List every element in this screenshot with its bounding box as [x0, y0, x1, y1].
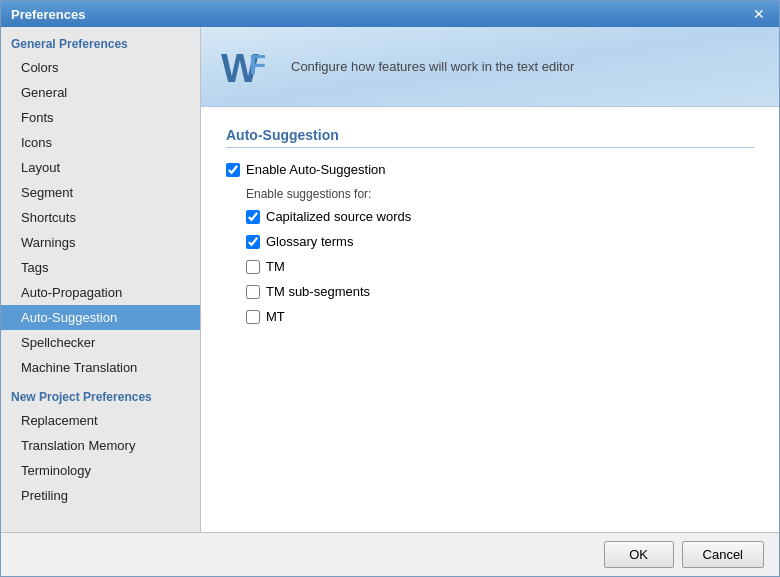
sidebar-item-auto-suggestion[interactable]: Auto-Suggestion: [1, 305, 200, 330]
sidebar: General Preferences ColorsGeneralFontsIc…: [1, 27, 201, 532]
sidebar-item-machine-translation[interactable]: Machine Translation: [1, 355, 200, 380]
enable-auto-suggestion-row: Enable Auto-Suggestion: [226, 162, 754, 177]
content-header: W F Configure how features will work in …: [201, 27, 779, 107]
header-description: Configure how features will work in the …: [291, 59, 574, 74]
sidebar-item-pretiling[interactable]: Pretiling: [1, 483, 200, 508]
content-area: W F Configure how features will work in …: [201, 27, 779, 532]
sidebar-item-translation-memory[interactable]: Translation Memory: [1, 433, 200, 458]
sidebar-item-tags[interactable]: Tags: [1, 255, 200, 280]
sidebar-item-colors[interactable]: Colors: [1, 55, 200, 80]
svg-text:F: F: [249, 49, 266, 80]
sidebar-item-general[interactable]: General: [1, 80, 200, 105]
ok-button[interactable]: OK: [604, 541, 674, 568]
suggestion-option-checkbox-2[interactable]: [246, 260, 260, 274]
suggestion-option-label-3: TM sub-segments: [266, 284, 370, 299]
suggestion-option-row-3: TM sub-segments: [246, 284, 754, 299]
enable-auto-suggestion-label: Enable Auto-Suggestion: [246, 162, 386, 177]
content-body: Auto-Suggestion Enable Auto-Suggestion E…: [201, 107, 779, 532]
suggestion-option-checkbox-0[interactable]: [246, 210, 260, 224]
close-button[interactable]: ✕: [749, 5, 769, 23]
suggestion-option-checkbox-3[interactable]: [246, 285, 260, 299]
suggestion-option-row-0: Capitalized source words: [246, 209, 754, 224]
sidebar-item-warnings[interactable]: Warnings: [1, 230, 200, 255]
sidebar-item-shortcuts[interactable]: Shortcuts: [1, 205, 200, 230]
sidebar-item-segment[interactable]: Segment: [1, 180, 200, 205]
sidebar-item-spellchecker[interactable]: Spellchecker: [1, 330, 200, 355]
app-logo: W F: [221, 44, 276, 89]
title-bar: Preferences ✕: [1, 1, 779, 27]
sidebar-item-icons[interactable]: Icons: [1, 130, 200, 155]
section-title: Auto-Suggestion: [226, 127, 754, 148]
sidebar-item-replacement[interactable]: Replacement: [1, 408, 200, 433]
general-preferences-title: General Preferences: [1, 27, 200, 55]
suggestion-option-row-4: MT: [246, 309, 754, 324]
sidebar-list: General Preferences ColorsGeneralFontsIc…: [1, 27, 200, 532]
suggestion-option-label-4: MT: [266, 309, 285, 324]
sidebar-item-layout[interactable]: Layout: [1, 155, 200, 180]
preferences-dialog: Preferences ✕ General Preferences Colors…: [0, 0, 780, 577]
dialog-title: Preferences: [11, 7, 85, 22]
new-project-preferences-title: New Project Preferences: [1, 380, 200, 408]
sidebar-item-auto-propagation[interactable]: Auto-Propagation: [1, 280, 200, 305]
enable-auto-suggestion-checkbox[interactable]: [226, 163, 240, 177]
dialog-body: General Preferences ColorsGeneralFontsIc…: [1, 27, 779, 532]
suggestion-option-label-0: Capitalized source words: [266, 209, 411, 224]
suggestion-option-checkbox-1[interactable]: [246, 235, 260, 249]
suggestions-for-label: Enable suggestions for:: [246, 187, 754, 201]
suggestion-option-row-2: TM: [246, 259, 754, 274]
suggestion-option-label-1: Glossary terms: [266, 234, 353, 249]
dialog-footer: OK Cancel: [1, 532, 779, 576]
suggestion-option-label-2: TM: [266, 259, 285, 274]
sidebar-item-terminology[interactable]: Terminology: [1, 458, 200, 483]
suggestion-option-row-1: Glossary terms: [246, 234, 754, 249]
cancel-button[interactable]: Cancel: [682, 541, 764, 568]
sidebar-item-fonts[interactable]: Fonts: [1, 105, 200, 130]
suggestion-option-checkbox-4[interactable]: [246, 310, 260, 324]
